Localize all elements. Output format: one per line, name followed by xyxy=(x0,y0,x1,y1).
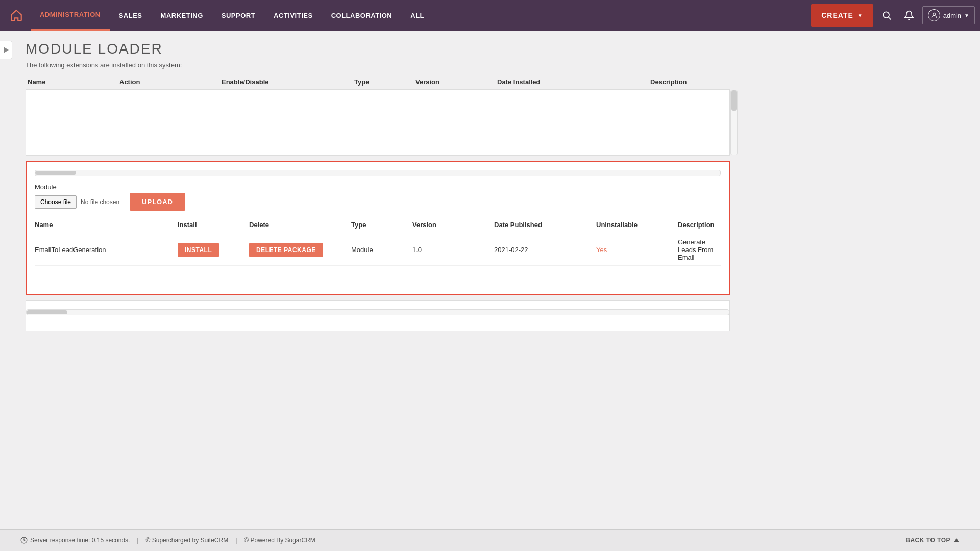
user-menu-button[interactable]: admin ▼ xyxy=(922,6,975,24)
outer-scrollbar-thumb xyxy=(731,90,737,111)
col-type: Type xyxy=(354,78,415,86)
inner-col-date-published: Date Published xyxy=(494,221,596,229)
search-button[interactable] xyxy=(877,6,896,24)
nav-administration[interactable]: ADMINISTRATION xyxy=(31,0,110,31)
upload-button[interactable]: UPLOAD xyxy=(130,193,185,211)
module-upload-section: Module Choose file No file chosen UPLOAD… xyxy=(26,161,730,295)
powered-text: © Powered By SugarCRM xyxy=(244,537,315,544)
nav-activities[interactable]: ACTIVITIES xyxy=(264,0,322,31)
row-version: 1.0 xyxy=(412,246,494,254)
create-button[interactable]: CREATE ▼ xyxy=(811,4,873,27)
outer-table-area xyxy=(26,89,730,156)
col-description: Description xyxy=(650,78,728,86)
back-to-top-button[interactable]: BACK TO TOP xyxy=(905,537,960,544)
outer-table-header: Name Action Enable/Disable Type Version … xyxy=(26,75,730,89)
svg-marker-5 xyxy=(954,538,959,542)
module-section-scrollbar[interactable] xyxy=(35,170,721,176)
inner-col-type: Type xyxy=(351,221,412,229)
row-name: EmailToLeadGeneration xyxy=(35,246,178,254)
col-date-installed: Date Installed xyxy=(497,78,650,86)
inner-col-install: Install xyxy=(178,221,249,229)
nav-marketing[interactable]: MARKETING xyxy=(152,0,212,31)
notifications-button[interactable] xyxy=(900,6,918,24)
row-type: Module xyxy=(351,246,412,254)
user-avatar-icon xyxy=(928,9,940,21)
supercharged-text: © Supercharged by SuiteCRM xyxy=(146,537,229,544)
up-arrow-icon xyxy=(953,537,960,543)
sidebar-toggle-button[interactable] xyxy=(0,41,12,59)
module-label: Module xyxy=(35,183,721,191)
row-date-published: 2021-02-22 xyxy=(494,246,596,254)
choose-file-button[interactable]: Choose file xyxy=(35,195,77,209)
row-install-cell: INSTALL xyxy=(178,243,249,257)
page-title: MODULE LOADER xyxy=(26,41,730,57)
col-action: Action xyxy=(119,78,222,86)
server-response-text: Server response time: 0.15 seconds. xyxy=(30,537,130,544)
table-row: EmailToLeadGeneration INSTALL DELETE PAC… xyxy=(35,234,721,266)
outer-vertical-scrollbar[interactable] xyxy=(730,90,738,155)
nav-support[interactable]: SUPPORT xyxy=(212,0,264,31)
file-input-wrapper: Choose file No file chosen xyxy=(35,195,119,209)
row-description: Generate Leads From Email xyxy=(678,238,721,261)
topnav-right: CREATE ▼ admin ▼ xyxy=(811,4,975,27)
svg-point-2 xyxy=(933,13,935,15)
row-delete-cell: DELETE PACKAGE xyxy=(249,243,351,257)
clock-icon xyxy=(20,537,28,544)
chevron-down-icon: ▼ xyxy=(857,13,863,18)
scrollbar-thumb xyxy=(35,171,76,175)
inner-col-uninstallable: Uninstallable xyxy=(596,221,678,229)
home-button[interactable] xyxy=(5,4,28,27)
row-uninstallable: Yes xyxy=(596,246,678,254)
delete-package-button[interactable]: DELETE PACKAGE xyxy=(249,243,323,257)
col-name: Name xyxy=(28,78,119,86)
inner-table-header: Name Install Delete Type Version Date Pu… xyxy=(35,218,721,232)
user-chevron-icon: ▼ xyxy=(964,13,969,18)
inner-col-description: Description xyxy=(678,221,721,229)
bottom-scrollbar-thumb xyxy=(27,310,67,314)
page-subtitle: The following extensions are installed o… xyxy=(26,61,730,69)
bottom-scroll-area xyxy=(26,300,730,331)
footer: Server response time: 0.15 seconds. | © … xyxy=(0,529,980,551)
col-version: Version xyxy=(415,78,497,86)
bottom-scrollbar-track[interactable] xyxy=(26,309,729,315)
top-navigation: ADMINISTRATION SALES MARKETING SUPPORT A… xyxy=(0,0,980,31)
col-enable-disable: Enable/Disable xyxy=(222,78,354,86)
inner-col-name: Name xyxy=(35,221,178,229)
svg-marker-3 xyxy=(4,47,9,53)
nav-sales[interactable]: SALES xyxy=(110,0,152,31)
module-upload-row: Choose file No file chosen UPLOAD xyxy=(35,193,721,211)
inner-col-version: Version xyxy=(412,221,494,229)
main-content: MODULE LOADER The following extensions a… xyxy=(0,31,980,341)
install-button[interactable]: INSTALL xyxy=(178,243,219,257)
inner-col-delete: Delete xyxy=(249,221,351,229)
nav-collaboration[interactable]: COLLABORATION xyxy=(322,0,402,31)
no-file-text: No file chosen xyxy=(81,198,119,206)
user-label: admin xyxy=(943,12,961,19)
nav-all[interactable]: ALL xyxy=(401,0,433,31)
svg-point-0 xyxy=(883,12,889,18)
svg-line-1 xyxy=(888,17,891,20)
